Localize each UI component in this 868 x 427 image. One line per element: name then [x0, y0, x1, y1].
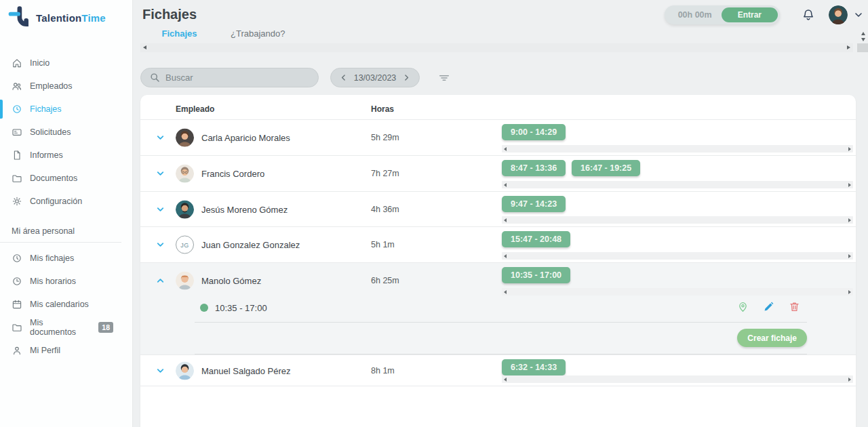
sidebar-item-mis-calendarios[interactable]: Mis calendarios [0, 293, 132, 316]
scroll-left-icon[interactable] [504, 183, 507, 187]
column-header-hours: Horas [371, 104, 394, 114]
time-interval-badge[interactable]: 6:32 - 14:33 [502, 359, 566, 375]
sidebar-item-documentos[interactable]: Documentos [0, 167, 132, 190]
scroll-right-icon[interactable] [848, 254, 851, 258]
interval-scrollbar[interactable] [502, 181, 853, 188]
intervals-area: 10:35 - 17:00 [502, 263, 853, 298]
sidebar-item-configuracion[interactable]: Configuración [0, 190, 132, 213]
notifications-bell-icon[interactable] [802, 8, 815, 22]
create-fichaje-row: Crear fichaje [140, 323, 856, 354]
scroll-right-icon[interactable] [848, 378, 851, 382]
sidebar-item-solicitudes[interactable]: Solicitudes [0, 121, 132, 144]
expand-chevron-down-icon[interactable] [155, 133, 165, 143]
employee-hours: 5h 29m [371, 133, 399, 142]
sidebar: TalentionTime Inicio Empleados Fichajes … [0, 0, 133, 427]
sidebar-item-label: Mis horarios [30, 277, 76, 286]
expand-chevron-down-icon[interactable] [155, 240, 165, 250]
brand-name: TalentionTime [36, 12, 106, 24]
filter-icon[interactable] [438, 72, 450, 84]
clock-icon [12, 253, 22, 264]
time-interval-badge[interactable]: 16:47 - 19:25 [572, 160, 640, 176]
employee-hours: 4h 36m [371, 205, 399, 214]
clock-in-widget: 00h 00m Entrar [665, 5, 780, 24]
folder-icon [12, 322, 22, 333]
time-interval-badge[interactable]: 9:00 - 14:29 [502, 124, 566, 140]
scroll-right-icon[interactable] [848, 218, 851, 222]
avatar [176, 200, 194, 218]
scroll-left-icon[interactable] [504, 290, 507, 294]
employee-name: Juan Gonzalez Gonzalez [201, 240, 300, 250]
card-icon [12, 127, 22, 138]
scroll-down-icon[interactable] [861, 38, 865, 41]
sidebar-item-label: Mis calendarios [30, 300, 89, 309]
employee-hours: 8h 1m [371, 366, 395, 375]
create-fichaje-button[interactable]: Crear fichaje [737, 329, 807, 347]
scroll-left-icon[interactable] [504, 254, 507, 258]
scroll-up-icon[interactable] [861, 32, 865, 35]
user-menu-chevron-down-icon[interactable] [853, 9, 864, 20]
expand-chevron-down-icon[interactable] [155, 169, 165, 179]
scroll-left-icon[interactable] [504, 218, 507, 222]
sidebar-item-label: Mis fichajes [30, 253, 74, 263]
date-navigator: 13/03/2023 [330, 68, 420, 87]
location-pin-icon[interactable] [737, 301, 749, 312]
table-row: Jesús Moreno Gómez 4h 36m 9:47 - 14:23 [140, 192, 856, 227]
scroll-left-icon[interactable] [143, 45, 146, 49]
time-interval-badge[interactable]: 15:47 - 20:48 [502, 231, 570, 247]
scroll-left-icon[interactable] [504, 378, 507, 382]
horizontal-scrollbar[interactable] [140, 43, 853, 52]
table-row: Francis Cordero 7h 27m 8:47 - 13:3616:47… [140, 156, 856, 192]
table-row: Carla Aparicio Morales 5h 29m 9:00 - 14:… [140, 120, 856, 156]
delete-trash-icon[interactable] [789, 301, 800, 312]
scroll-right-icon[interactable] [848, 183, 851, 187]
selected-date: 13/03/2023 [354, 73, 397, 83]
interval-scrollbar[interactable] [502, 145, 853, 152]
time-interval-badge[interactable]: 8:47 - 13:36 [502, 160, 566, 176]
sidebar-item-label: Inicio [30, 58, 50, 68]
table-header: Empleado Horas [140, 95, 856, 120]
time-interval-badge[interactable]: 10:35 - 17:00 [502, 267, 570, 283]
sidebar-item-mis-horarios[interactable]: Mis horarios [0, 270, 132, 293]
collapse-chevron-up-icon[interactable] [155, 276, 165, 286]
brand-logo[interactable]: TalentionTime [0, 0, 132, 35]
edit-pencil-icon[interactable] [763, 301, 774, 312]
sidebar-item-fichajes[interactable]: Fichajes [0, 98, 132, 121]
timer-value: 00h 00m [678, 10, 712, 20]
fichajes-table: Empleado Horas Carla Aparicio Morales 5h… [140, 95, 856, 427]
vertical-scrollbar[interactable] [859, 32, 867, 41]
search-input[interactable] [165, 73, 301, 83]
interval-scrollbar[interactable] [502, 216, 853, 224]
previous-day-chevron-icon[interactable] [339, 73, 348, 82]
interval-scrollbar[interactable] [502, 252, 853, 260]
interval-scrollbar[interactable] [502, 375, 853, 383]
clock-icon [12, 104, 22, 115]
brand-logo-icon [8, 6, 30, 29]
next-day-chevron-icon[interactable] [402, 73, 411, 82]
clock-in-button[interactable]: Entrar [722, 7, 778, 22]
scroll-right-icon[interactable] [848, 290, 851, 294]
people-icon [12, 81, 22, 92]
column-header-employee: Empleado [176, 104, 214, 114]
employee-name: Carla Aparicio Morales [201, 133, 290, 143]
interval-scrollbar[interactable] [502, 288, 853, 296]
sidebar-item-mi-perfil[interactable]: Mi Perfil [0, 339, 132, 362]
user-avatar[interactable] [829, 5, 848, 24]
sidebar-item-mis-documentos[interactable]: Mis documentos 18 [0, 316, 132, 339]
fichaje-interval: 10:35 - 17:00 [215, 303, 267, 313]
scrollbar-corner [857, 43, 868, 52]
expand-chevron-down-icon[interactable] [155, 204, 165, 214]
page-title: Fichajes [142, 7, 197, 22]
sidebar-item-empleados[interactable]: Empleados [0, 75, 132, 98]
sidebar-item-inicio[interactable]: Inicio [0, 52, 132, 75]
person-icon [12, 345, 22, 356]
sidebar-item-informes[interactable]: Informes [0, 144, 132, 167]
topbar-controls: 00h 00m Entrar [665, 5, 864, 24]
sidebar-item-mis-fichajes[interactable]: Mis fichajes [0, 247, 132, 270]
scroll-left-icon[interactable] [504, 147, 507, 151]
scroll-right-icon[interactable] [847, 45, 850, 49]
calendar-icon [12, 299, 22, 310]
expand-chevron-down-icon[interactable] [155, 365, 165, 375]
time-interval-badge[interactable]: 9:47 - 14:23 [502, 196, 566, 212]
avatar [176, 272, 194, 290]
scroll-right-icon[interactable] [848, 147, 851, 151]
